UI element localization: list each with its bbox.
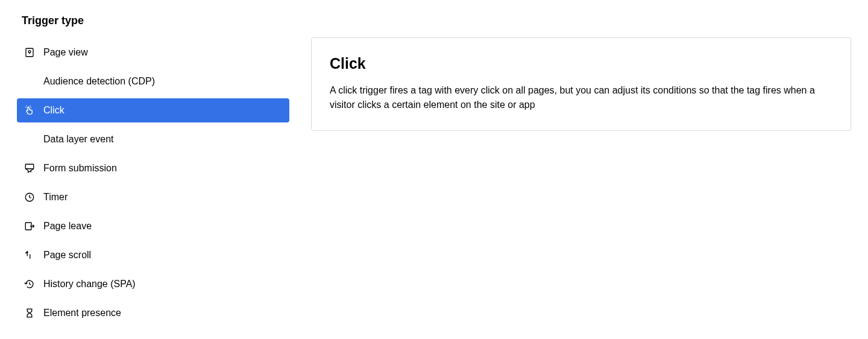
svg-rect-4 <box>25 164 34 169</box>
trigger-item-label: Page scroll <box>43 250 91 261</box>
detail-title: Click <box>330 55 832 72</box>
trigger-item-label: Form submission <box>43 163 117 174</box>
trigger-item-timer[interactable]: Timer <box>17 185 289 209</box>
trigger-item-label: Timer <box>43 192 68 203</box>
trigger-item-form[interactable]: Form submission <box>17 156 289 180</box>
svg-point-2 <box>27 78 30 81</box>
trigger-item-label: Audience detection (CDP) <box>43 76 155 87</box>
trigger-item-label: Page view <box>43 47 88 58</box>
layers-icon <box>24 134 35 145</box>
detail-card: Click A click trigger fires a tag with e… <box>311 37 851 131</box>
audience-icon <box>24 76 35 87</box>
trigger-list: Page view Audience detection (CDP) Click… <box>17 40 289 325</box>
detail-description: A click trigger fires a tag with every c… <box>330 83 832 112</box>
form-icon <box>24 163 35 174</box>
trigger-item-element-presence[interactable]: Element presence <box>17 301 289 325</box>
trigger-item-click[interactable]: Click <box>17 98 289 122</box>
trigger-item-label: Element presence <box>43 308 121 318</box>
trigger-item-scroll[interactable]: Page scroll <box>17 243 289 267</box>
svg-point-3 <box>30 78 33 81</box>
page-leave-icon <box>24 221 35 232</box>
trigger-item-label: Page leave <box>43 221 92 232</box>
trigger-item-audience[interactable]: Audience detection (CDP) <box>17 69 289 93</box>
trigger-item-label: Click <box>43 105 64 116</box>
trigger-item-label: Data layer event <box>43 134 114 145</box>
detail-panel: Click A click trigger fires a tag with e… <box>311 37 851 325</box>
section-title: Trigger type <box>17 14 289 27</box>
hourglass-icon <box>24 308 35 318</box>
click-icon <box>24 105 35 116</box>
trigger-item-page-view[interactable]: Page view <box>17 40 289 65</box>
scroll-icon <box>24 250 35 261</box>
timer-icon <box>24 192 35 203</box>
trigger-item-label: History change (SPA) <box>43 279 136 290</box>
svg-point-1 <box>28 51 31 53</box>
history-icon <box>24 279 35 290</box>
page-view-icon <box>24 47 35 58</box>
trigger-type-sidebar: Trigger type Page view Audience detectio… <box>17 14 289 325</box>
trigger-item-data-layer[interactable]: Data layer event <box>17 127 289 151</box>
trigger-item-page-leave[interactable]: Page leave <box>17 214 289 238</box>
trigger-item-history[interactable]: History change (SPA) <box>17 272 289 296</box>
